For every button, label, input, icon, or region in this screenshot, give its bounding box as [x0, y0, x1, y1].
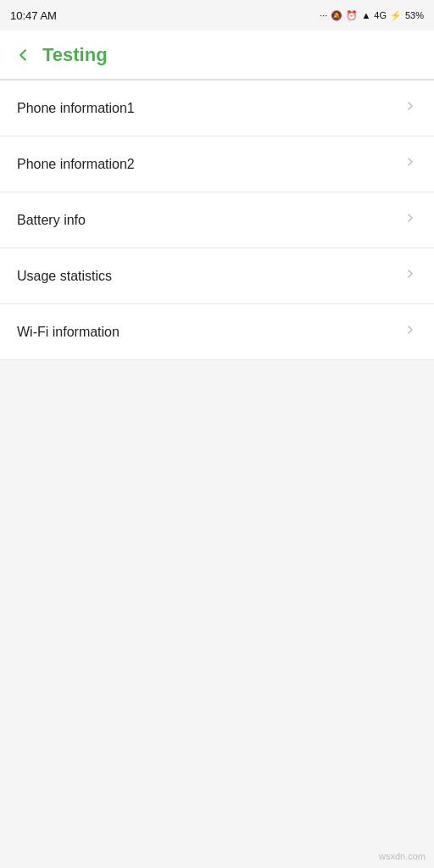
menu-item-label: Phone information2 [17, 157, 135, 172]
chevron-right-icon [403, 155, 417, 173]
status-icons: ··· 🔕 ⏰ ▲ 4G ⚡ 53% [320, 10, 424, 21]
alarm-icon: ⏰ [346, 10, 358, 21]
app-bar: Testing [0, 31, 434, 80]
menu-item-usage-statistics[interactable]: Usage statistics [0, 248, 434, 304]
watermark: wsxdn.com [379, 851, 426, 861]
chevron-right-icon [403, 267, 417, 285]
status-time: 10:47 AM [10, 9, 57, 22]
signal-bars-icon: ▲ [361, 10, 370, 20]
menu-item-label: Battery info [17, 213, 86, 228]
mute-icon: 🔕 [331, 10, 342, 21]
battery-percent: 53% [405, 10, 424, 20]
menu-item-battery-info[interactable]: Battery info [0, 192, 434, 248]
battery-bolt-icon: ⚡ [390, 10, 402, 21]
menu-list: Phone information1 Phone information2 Ba… [0, 80, 434, 360]
menu-item-label: Usage statistics [17, 269, 112, 284]
chevron-right-icon [403, 211, 417, 229]
page-title: Testing [42, 44, 108, 66]
menu-item-phone-info1[interactable]: Phone information1 [0, 81, 434, 136]
network-label: 4G [374, 10, 387, 20]
signal-dots-icon: ··· [320, 10, 327, 20]
chevron-right-icon [403, 99, 417, 117]
chevron-right-icon [403, 323, 417, 341]
back-button[interactable] [14, 46, 32, 64]
menu-item-label: Wi-Fi information [17, 325, 120, 340]
menu-item-label: Phone information1 [17, 101, 135, 116]
menu-item-wifi-information[interactable]: Wi-Fi information [0, 304, 434, 360]
status-bar: 10:47 AM ··· 🔕 ⏰ ▲ 4G ⚡ 53% [0, 0, 434, 31]
menu-item-phone-info2[interactable]: Phone information2 [0, 136, 434, 192]
